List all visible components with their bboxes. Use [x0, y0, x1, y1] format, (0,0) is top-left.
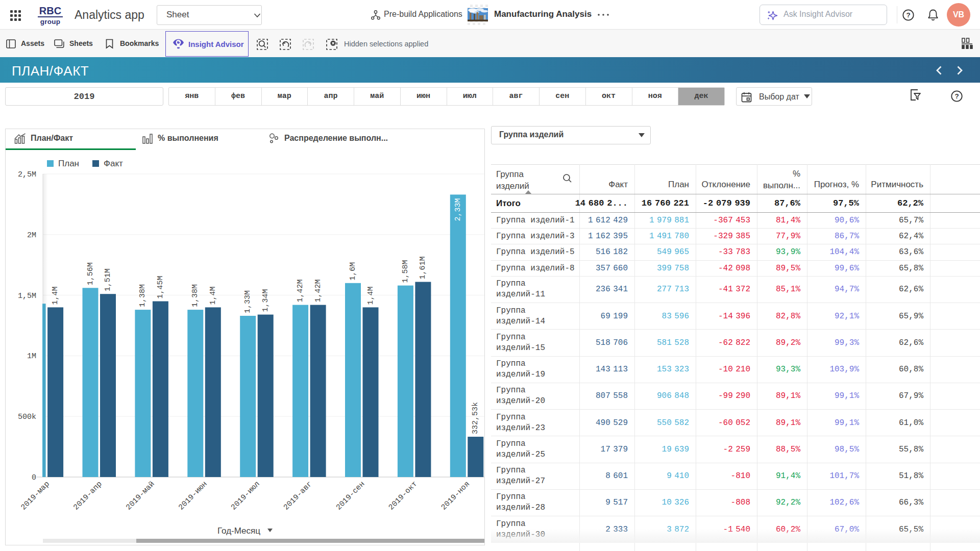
svg-text:1,45M: 1,45M	[156, 276, 165, 298]
svg-text:1,38M: 1,38M	[138, 284, 147, 307]
svg-text:2019-ноя: 2019-ноя	[439, 480, 472, 512]
svg-text:0: 0	[32, 473, 36, 482]
svg-text:1,42M: 1,42M	[314, 280, 323, 303]
svg-text:1,4M: 1,4M	[366, 286, 375, 305]
svg-text:?: ?	[954, 92, 959, 100]
svg-text:1,58M: 1,58M	[401, 260, 410, 283]
svg-text:500k: 500k	[18, 413, 36, 421]
svg-text:1,4M: 1,4M	[51, 286, 60, 305]
svg-text:2019-апр: 2019-апр	[72, 480, 104, 512]
svg-text:1,4M: 1,4M	[209, 286, 217, 305]
svg-text:2019-май: 2019-май	[125, 480, 157, 512]
svg-text:1,5M: 1,5M	[18, 292, 36, 300]
svg-text:?: ?	[906, 11, 910, 19]
svg-text:1,33M: 1,33M	[243, 290, 252, 313]
svg-text:2019-мар: 2019-мар	[19, 480, 52, 512]
svg-text:2,33M: 2,33M	[454, 198, 462, 221]
svg-text:332,53k: 332,53k	[471, 402, 480, 434]
svg-text:1,56M: 1,56M	[86, 262, 95, 285]
svg-text:1,51M: 1,51M	[104, 268, 112, 291]
svg-text:2019-авг: 2019-авг	[282, 480, 314, 512]
svg-text:2019-окт: 2019-окт	[387, 480, 419, 512]
svg-text:Год-Месяц: Год-Месяц	[217, 526, 260, 536]
svg-text:2,5M: 2,5M	[18, 170, 36, 179]
svg-text:2019-июл: 2019-июл	[230, 480, 262, 512]
svg-text:1,42M: 1,42M	[296, 280, 305, 303]
svg-text:2019-сен: 2019-сен	[334, 480, 366, 512]
svg-text:2M: 2M	[27, 231, 36, 240]
svg-text:2019-июн: 2019-июн	[177, 480, 209, 512]
svg-text:1,61M: 1,61M	[419, 256, 427, 279]
svg-text:1,6M: 1,6M	[349, 262, 357, 281]
svg-text:1,34M: 1,34M	[261, 289, 270, 312]
svg-text:1,38M: 1,38M	[191, 284, 200, 307]
svg-text:1M: 1M	[27, 352, 36, 361]
